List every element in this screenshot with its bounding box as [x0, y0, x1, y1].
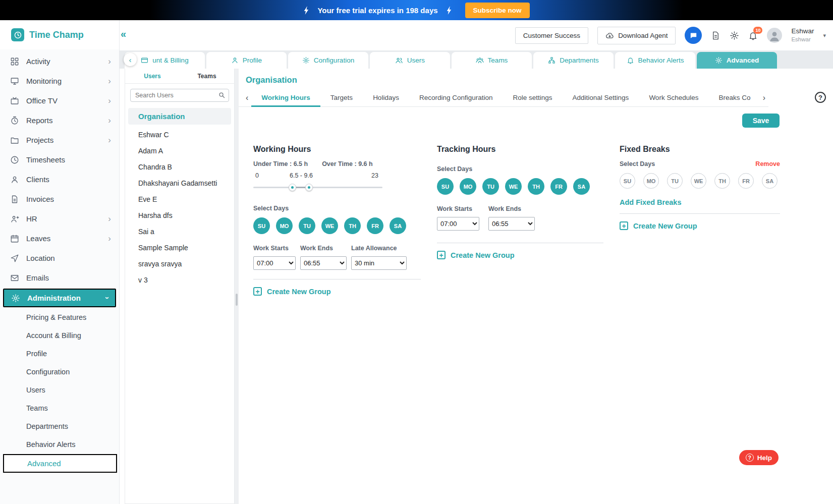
tracking-day-tu-button[interactable]: TU: [482, 178, 499, 195]
subtab-holidays[interactable]: Holidays: [363, 89, 409, 107]
tracking-day-fr-button[interactable]: FR: [550, 178, 567, 195]
tracking-day-su-button[interactable]: SU: [437, 178, 454, 195]
subtab-breaks-configuration[interactable]: Breaks Co: [708, 89, 759, 107]
tracking-day-we-button[interactable]: WE: [505, 178, 522, 195]
gear-icon[interactable]: [730, 31, 739, 40]
day-sa-button[interactable]: SA: [390, 217, 406, 234]
subscribe-button[interactable]: Subscribe now: [465, 3, 530, 18]
subtabs-prev-icon[interactable]: ‹: [243, 93, 251, 102]
sidebar-subitem-pricing-features[interactable]: Pricing & Features: [0, 308, 119, 326]
breaks-create-new-group-button[interactable]: + Create New Group: [620, 221, 780, 230]
sidebar-item-administration[interactable]: Administration ›: [3, 289, 116, 307]
subtab-work-schedules[interactable]: Work Schedules: [639, 89, 708, 107]
list-item[interactable]: Harsha dfs: [125, 207, 234, 223]
sidebar-item-monitoring[interactable]: Monitoring ›: [0, 71, 119, 91]
remove-link[interactable]: Remove: [755, 160, 780, 167]
subtabs-next-icon[interactable]: ›: [760, 93, 768, 102]
sidebar-subitem-users[interactable]: Users: [0, 381, 119, 399]
sidebar-item-reports[interactable]: Reports ›: [0, 110, 119, 130]
break-day-tu-button[interactable]: TU: [667, 173, 683, 189]
sidebar-subitem-departments[interactable]: Departments: [0, 417, 119, 435]
sidebar-item-location[interactable]: Location: [0, 248, 119, 268]
work-ends-select[interactable]: 06:55: [300, 256, 347, 270]
tracking-day-mo-button[interactable]: MO: [460, 178, 476, 195]
list-item[interactable]: Eshwar C: [125, 127, 234, 143]
tracking-work-ends-select[interactable]: 06:55: [488, 217, 535, 231]
day-su-button[interactable]: SU: [253, 217, 270, 234]
sidebar-item-leaves[interactable]: Leaves ›: [0, 229, 119, 248]
scrollbar-thumb[interactable]: [236, 294, 238, 306]
day-tu-button[interactable]: TU: [299, 217, 315, 234]
list-item[interactable]: Chandra B: [125, 159, 234, 175]
sidebar-item-emails[interactable]: Emails: [0, 268, 119, 288]
tracking-create-new-group-button[interactable]: + Create New Group: [437, 251, 603, 259]
list-item[interactable]: Sai a: [125, 223, 234, 240]
sidebar-subitem-behavior-alerts[interactable]: Behavior Alerts: [0, 435, 119, 454]
break-day-sa-button[interactable]: SA: [762, 173, 778, 189]
break-day-th-button[interactable]: TH: [714, 173, 730, 189]
work-starts-select[interactable]: 07:00: [253, 256, 296, 270]
organisation-group-header[interactable]: Organisation: [128, 108, 231, 125]
slider-handle-min[interactable]: [289, 184, 296, 191]
tab-advanced[interactable]: Advanced: [697, 52, 777, 69]
user-menu[interactable]: Eshwar Eshwar: [791, 27, 814, 43]
day-we-button[interactable]: WE: [321, 217, 338, 234]
subtab-working-hours[interactable]: Working Hours: [251, 89, 320, 107]
panel-tab-users[interactable]: Users: [125, 69, 180, 83]
sidebar-subitem-teams[interactable]: Teams: [0, 399, 119, 417]
chat-icon[interactable]: [685, 27, 702, 44]
page-help-icon[interactable]: ?: [815, 92, 826, 103]
subtab-targets[interactable]: Targets: [320, 89, 363, 107]
list-item[interactable]: Eve E: [125, 191, 234, 207]
sidebar-item-invoices[interactable]: Invoices: [0, 189, 119, 209]
search-users-input[interactable]: [130, 89, 229, 102]
tabs-scroll-left-button[interactable]: ‹: [124, 53, 137, 66]
slider-handle-max[interactable]: [305, 184, 313, 191]
save-button[interactable]: Save: [742, 114, 780, 128]
list-item[interactable]: v 3: [125, 272, 234, 288]
sidebar-item-projects[interactable]: Projects ›: [0, 130, 119, 150]
break-day-su-button[interactable]: SU: [620, 173, 635, 189]
late-allowance-select[interactable]: 30 min: [351, 256, 407, 270]
customer-success-button[interactable]: Customer Success: [515, 27, 588, 44]
notifications-button[interactable]: 10: [748, 31, 758, 40]
working-hours-slider[interactable]: [253, 183, 382, 191]
subtab-recording-configuration[interactable]: Recording Configuration: [409, 89, 503, 107]
add-fixed-breaks-link[interactable]: Add Fixed Breaks: [620, 198, 780, 206]
sidebar-item-activity[interactable]: Activity ›: [0, 51, 119, 71]
subtab-additional-settings[interactable]: Additional Settings: [563, 89, 639, 107]
sidebar-item-hr[interactable]: HR ›: [0, 209, 119, 229]
slider-track[interactable]: [253, 187, 382, 188]
day-th-button[interactable]: TH: [344, 217, 361, 234]
sidebar-collapse-icon[interactable]: «: [121, 28, 126, 40]
list-item[interactable]: sravya sravya: [125, 256, 234, 272]
help-button[interactable]: ? Help: [739, 450, 779, 465]
subtab-role-settings[interactable]: Role settings: [503, 89, 563, 107]
tracking-day-th-button[interactable]: TH: [528, 178, 544, 195]
day-fr-button[interactable]: FR: [367, 217, 383, 234]
list-item[interactable]: Dhakshayani Gadamsetti: [125, 175, 234, 191]
chevron-down-icon[interactable]: ▾: [823, 32, 826, 39]
tracking-day-sa-button[interactable]: SA: [573, 178, 590, 195]
download-agent-button[interactable]: Download Agent: [597, 27, 676, 44]
sidebar-subitem-profile[interactable]: Profile: [0, 345, 119, 363]
break-day-fr-button[interactable]: FR: [738, 173, 754, 189]
sidebar-subitem-configuration[interactable]: Configuration: [0, 363, 119, 381]
panel-tab-teams[interactable]: Teams: [180, 69, 234, 83]
list-item[interactable]: Sample Sample: [125, 240, 234, 256]
sidebar-item-clients[interactable]: Clients: [0, 170, 119, 189]
tab-departments[interactable]: Departments: [533, 52, 614, 69]
sidebar-subitem-advanced[interactable]: Advanced: [3, 454, 117, 473]
document-icon[interactable]: [711, 31, 720, 40]
tracking-work-starts-select[interactable]: 07:00: [437, 217, 479, 231]
sidebar-item-office-tv[interactable]: Office TV ›: [0, 91, 119, 110]
tab-configuration[interactable]: Configuration: [288, 52, 368, 69]
tab-users[interactable]: Users: [370, 52, 450, 69]
sidebar-subitem-account-billing[interactable]: Account & Billing: [0, 326, 119, 345]
sidebar-item-timesheets[interactable]: Timesheets: [0, 150, 119, 170]
panel-scrollbar[interactable]: [235, 69, 239, 504]
list-item[interactable]: Adam A: [125, 143, 234, 159]
avatar[interactable]: [767, 28, 782, 43]
tab-profile[interactable]: Profile: [206, 52, 287, 69]
tab-behavior-alerts[interactable]: Behavior Alerts: [615, 52, 695, 69]
